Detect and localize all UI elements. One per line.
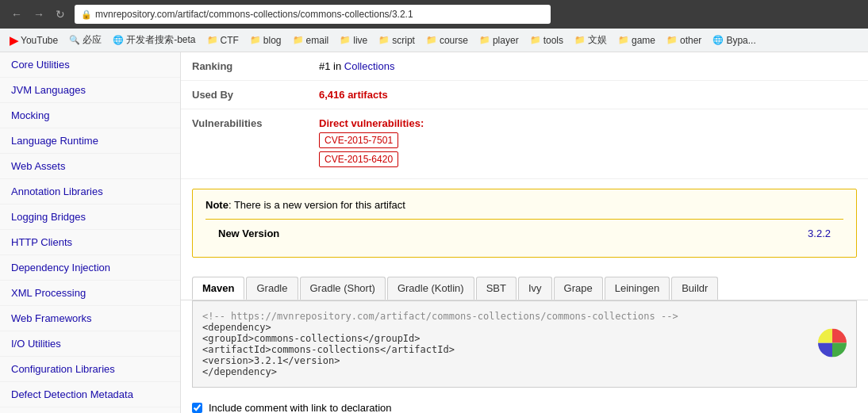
sidebar-item-core-utilities[interactable]: Core Utilities	[0, 52, 180, 78]
browser-navigation: ← → ↻	[8, 6, 68, 22]
ranking-row: Ranking #1 in Collections	[181, 52, 868, 81]
bookmark-email[interactable]: 📁 email	[288, 33, 334, 48]
sidebar-item-language-runtime[interactable]: Language Runtime	[0, 128, 180, 154]
sidebar-item-io-utilities[interactable]: I/O Utilities	[0, 331, 180, 357]
tab-buildr[interactable]: Buildr	[671, 277, 718, 300]
bookmark-devtools-label: 开发者搜索-beta	[126, 33, 195, 47]
grape-logo	[818, 329, 847, 360]
bookmark-script[interactable]: 📁 script	[374, 33, 420, 48]
bookmark-course[interactable]: 📁 course	[421, 33, 473, 48]
sidebar-item-code-generators[interactable]: Code Generators	[0, 407, 180, 413]
tab-gradle-short[interactable]: Gradle (Short)	[300, 277, 386, 300]
note-text: Note: There is a new version for this ar…	[205, 199, 843, 211]
sidebar: Core Utilities JVM Languages Mocking Lan…	[0, 52, 181, 413]
folder-icon-11: 📁	[666, 35, 678, 45]
tab-grape[interactable]: Grape	[554, 277, 603, 300]
vulnerabilities-row: Vulnerabilities Direct vulnerabilities: …	[181, 109, 868, 179]
note-label: Note	[205, 199, 229, 211]
note-box: Note: There is a new version for this ar…	[192, 189, 857, 258]
back-button[interactable]: ←	[8, 6, 25, 22]
bookmark-devtools[interactable]: 🌐 开发者搜索-beta	[108, 31, 200, 49]
new-version-label: New Version	[218, 228, 808, 239]
bookmark-email-label: email	[306, 35, 329, 46]
tab-gradle[interactable]: Gradle	[246, 277, 298, 300]
code-comment: <!-- https://mvnrepository.com/artifact/…	[202, 311, 847, 322]
bookmark-course-label: course	[440, 35, 468, 46]
sidebar-item-mocking[interactable]: Mocking	[0, 103, 180, 128]
sidebar-item-web-frameworks[interactable]: Web Frameworks	[0, 306, 180, 331]
collections-link[interactable]: Collections	[344, 60, 395, 72]
sidebar-item-web-assets[interactable]: Web Assets	[0, 154, 180, 179]
new-version-link[interactable]: 3.2.2	[808, 228, 831, 239]
folder-icon-3: 📁	[293, 35, 304, 45]
vuln-header: Direct vulnerabilities:	[319, 117, 857, 129]
code-line2: <groupId>commons-collections</groupId>	[202, 333, 847, 344]
tabs: Maven Gradle Gradle (Short) Gradle (Kotl…	[192, 277, 857, 300]
bookmarks-bar: ▶ YouTube 🔍 必应 🌐 开发者搜索-beta 📁 CTF 📁 blog…	[0, 29, 868, 52]
tab-sbt[interactable]: SBT	[476, 277, 517, 300]
cve-1-link[interactable]: CVE-2015-7501	[319, 132, 398, 148]
lock-icon: 🔒	[81, 10, 92, 20]
bookmark-wenle[interactable]: 📁 文娱	[570, 31, 612, 49]
bookmark-tools[interactable]: 📁 tools	[525, 33, 568, 48]
bookmark-game-label: game	[632, 35, 655, 46]
bookmark-player-label: player	[493, 35, 519, 46]
folder-icon-7: 📁	[479, 35, 490, 45]
include-comment-checkbox[interactable]	[192, 403, 202, 413]
used-by-value: 6,416 artifacts	[308, 81, 868, 109]
bookmark-live[interactable]: 📁 live	[335, 33, 372, 48]
bookmark-blog-label: blog	[263, 35, 282, 46]
folder-icon-4: 📁	[340, 35, 351, 45]
info-table: Ranking #1 in Collections Used By 6,416 …	[181, 52, 868, 179]
bookmark-youtube-label: YouTube	[21, 35, 58, 46]
cve-list: CVE-2015-7501 CVE-2015-6420	[319, 132, 857, 170]
sidebar-item-http-clients[interactable]: HTTP Clients	[0, 230, 180, 255]
bookmark-game[interactable]: 📁 game	[613, 33, 660, 48]
vulnerabilities-value: Direct vulnerabilities: CVE-2015-7501 CV…	[308, 109, 868, 179]
bookmark-other[interactable]: 📁 other	[662, 33, 706, 48]
bookmark-bypass[interactable]: 🌐 Bypa...	[708, 33, 760, 48]
bookmark-other-label: other	[680, 35, 701, 46]
bookmark-blog[interactable]: 📁 blog	[245, 33, 286, 48]
tab-leiningen[interactable]: Leiningen	[605, 277, 670, 300]
artifacts-link[interactable]: 6,416 artifacts	[319, 89, 388, 101]
sidebar-item-jvm-languages[interactable]: JVM Languages	[0, 78, 180, 103]
youtube-icon: ▶	[10, 34, 18, 47]
bookmark-youtube[interactable]: ▶ YouTube	[5, 32, 63, 49]
ranking-label: Ranking	[181, 52, 308, 81]
bookmark-ctf-label: CTF	[221, 35, 239, 46]
used-by-row: Used By 6,416 artifacts	[181, 81, 868, 109]
sidebar-item-defect-detection-metadata[interactable]: Defect Detection Metadata	[0, 382, 180, 407]
bookmark-bypass-label: Bypa...	[726, 35, 755, 46]
sidebar-item-logging-bridges[interactable]: Logging Bridges	[0, 205, 180, 230]
used-by-label: Used By	[181, 81, 308, 109]
code-line5: </dependency>	[202, 366, 847, 377]
tab-ivy[interactable]: Ivy	[518, 277, 552, 300]
folder-icon-6: 📁	[426, 35, 437, 45]
bookmark-ctf[interactable]: 📁 CTF	[202, 33, 244, 48]
bookmark-player[interactable]: 📁 player	[474, 33, 524, 48]
bookmark-biqu[interactable]: 🔍 必应	[64, 31, 106, 49]
folder-icon-9: 📁	[574, 35, 586, 45]
globe-icon: 🌐	[113, 35, 124, 45]
sidebar-item-configuration-libraries[interactable]: Configuration Libraries	[0, 357, 180, 382]
forward-button[interactable]: →	[30, 6, 48, 22]
bookmark-live-label: live	[353, 35, 367, 46]
folder-icon-8: 📁	[530, 35, 541, 45]
sidebar-item-dependency-injection[interactable]: Dependency Injection	[0, 255, 180, 281]
reload-button[interactable]: ↻	[52, 6, 68, 22]
checkbox-label: Include comment with link to declaration	[209, 402, 392, 413]
cve-2-link[interactable]: CVE-2015-6420	[319, 151, 398, 167]
sidebar-item-xml-processing[interactable]: XML Processing	[0, 281, 180, 306]
folder-icon-2: 📁	[250, 35, 261, 45]
code-line3: <artifactId>commons-collections</artifac…	[202, 344, 847, 355]
sidebar-item-annotation-libraries[interactable]: Annotation Libraries	[0, 179, 180, 205]
bookmark-wenle-label: 文娱	[588, 33, 607, 47]
bookmark-biqu-label: 必应	[83, 33, 102, 47]
bookmark-tools-label: tools	[543, 35, 563, 46]
code-line4: <version>3.2.1</version>	[202, 355, 847, 366]
content-area: Ranking #1 in Collections Used By 6,416 …	[181, 52, 868, 413]
tab-gradle-kotlin[interactable]: Gradle (Kotlin)	[387, 277, 474, 300]
address-bar[interactable]: 🔒 mvnrepository.com/artifact/commons-col…	[75, 5, 551, 24]
tab-maven[interactable]: Maven	[192, 277, 244, 300]
